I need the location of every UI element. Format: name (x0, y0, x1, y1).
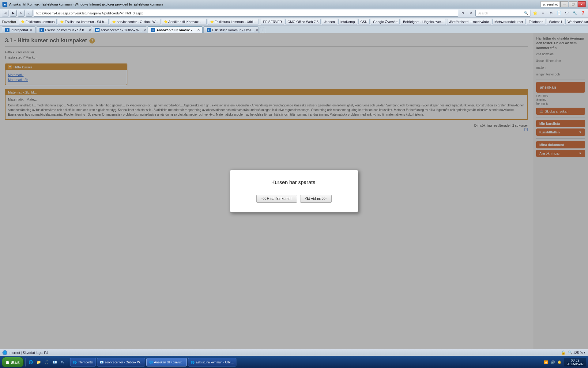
modal-message: Kursen har sparats! (271, 179, 317, 186)
tab-eskilstuna-sa[interactable]: e Eskilstuna kommun - Så h... ✕ (36, 26, 91, 33)
sys-icons: 📶 🔊 🔔 (543, 359, 562, 365)
time-display: 08:32 2013-05-07 (564, 358, 586, 366)
fav-google[interactable]: Google Översätt (371, 19, 400, 25)
tab-close-servicecenter[interactable]: ✕ (144, 28, 146, 32)
fav-csn[interactable]: CSN (358, 19, 370, 25)
tab-icon-eskilstuna-sa: e (40, 28, 44, 32)
taskbar-btn-ansökan[interactable]: 🌐 Ansökan till Komvux... (146, 358, 187, 366)
fav-telefonen[interactable]: Telefonen (527, 19, 546, 25)
fav-behorighet[interactable]: Behörighet - Högskolever... (401, 19, 446, 25)
fav-webmail[interactable]: Webmail (547, 19, 564, 25)
taskbar-ie-icon[interactable]: 🌐 (28, 359, 34, 366)
close-button[interactable]: ✕ (578, 1, 586, 7)
tab-icon-ansökan: e (151, 28, 155, 32)
taskbar-btn-internportal[interactable]: 🌐 Internportal (70, 358, 96, 366)
start-label: Start (10, 360, 20, 365)
taskbar-divider2 (68, 358, 68, 366)
taskbar-right: 📶 🔊 🔔 08:32 2013-05-07 (543, 358, 586, 366)
globe-icon: 🌐 (2, 350, 7, 355)
sys-notification-icon[interactable]: 🔔 (557, 359, 562, 365)
go-forward-button[interactable]: Gå vidare >> (300, 195, 332, 203)
tab-ansökan[interactable]: e Ansökan till Komvux - ... ✕ (148, 26, 203, 33)
fav-motsvarande[interactable]: Motsvarandekurser (492, 19, 526, 25)
fav-cmg[interactable]: CMG Office Web 7.5 (285, 19, 321, 25)
browser-icon: e (2, 2, 7, 7)
taskbar-word-icon[interactable]: W (59, 359, 66, 366)
tab-internportal[interactable]: i Internportal ✕ (2, 26, 36, 33)
fav-jensen[interactable]: Jensen (322, 19, 337, 25)
tab-eskilstuna-utbil[interactable]: e Eskilstuna kommun - Utbil... ✕ (203, 26, 258, 33)
tab-servicecenter[interactable]: 📧 servicecenter - Outlook W... ✕ (92, 26, 147, 33)
zoom-icon: 🔍 (568, 351, 572, 355)
fav-infokomp[interactable]: InfoKomp (338, 19, 357, 25)
taskbar-divider1 (25, 358, 26, 366)
shield-icon: 🔒 (561, 350, 566, 355)
fav-eskilstuna-sa[interactable]: ⭐ Eskilstuna kommun - Så h... (58, 19, 109, 25)
zoom-chevron: ▾ (584, 351, 586, 355)
fav-eskilstuna-utbil[interactable]: ⭐ Eskilstuna kommun - Utbil... (208, 19, 258, 25)
fav-ansökan[interactable]: ⭐ Ansökan till Komvux - ... (162, 19, 207, 25)
minimize-button[interactable]: — (560, 1, 568, 7)
date-text: 2013-05-07 (567, 362, 584, 366)
safety-icon[interactable]: 🛡 (564, 10, 570, 17)
favorites-bar: Favoriter ⭐ Eskilstuna kommun ⭐ Eskilstu… (0, 18, 588, 26)
fav-servicecenter[interactable]: ⭐ servicecenter - Outlook W... (110, 19, 160, 25)
status-globe: 🌐 Internet | Skyddat läge: På (2, 350, 48, 355)
sys-volume-icon[interactable]: 🔊 (550, 359, 556, 365)
search-bar[interactable]: Search 🔍 (475, 10, 530, 17)
status-bar: 🌐 Internet | Skyddat läge: På 🔒 🔍 125 % … (0, 349, 588, 356)
stop-icon[interactable]: ✕ (467, 10, 474, 17)
tab-close-eskilstuna-utbil[interactable]: ✕ (256, 28, 258, 32)
tools2-icon[interactable]: 🔧 (571, 10, 578, 17)
refresh-button[interactable]: ↻ (18, 10, 24, 17)
modal-overlay: Kursen har sparats! << Hitta fler kurser… (0, 33, 588, 349)
sys-network-icon[interactable]: 📶 (543, 359, 549, 365)
fav-jamforelsetal[interactable]: Jämförelsetal + meritvärde (447, 19, 491, 25)
favorites-star-icon[interactable]: ⭐ (532, 10, 538, 17)
tools-icon[interactable]: ⚙ (548, 10, 554, 17)
status-shield: 🔒 (561, 350, 566, 355)
taskbar: ⊞ Start 🌐 📁 🎵 📧 W 🌐 Internportal 📧 servi… (0, 356, 588, 368)
start-icon: ⊞ (6, 360, 9, 365)
browser-frame: e Ansökan till Komvux - Eskilstuna kommu… (0, 0, 588, 368)
new-tab-button[interactable]: + (259, 28, 265, 33)
taskbar-folder-icon[interactable]: 📁 (36, 359, 42, 366)
back-button[interactable]: ◀ (2, 10, 9, 17)
taskbar-btn-servicecenter[interactable]: 📧 servicecenter - Outlook W... (97, 358, 145, 366)
tab-close-eskilstuna[interactable]: ✕ (89, 28, 91, 32)
search-icon: 🔍 (524, 11, 528, 15)
taskbar-outlook-icon[interactable]: 📧 (51, 359, 58, 366)
url-text: https://open24.ist-asp.com/eskilstuna/op… (36, 11, 143, 15)
zoom-control[interactable]: 🔍 125 % ▾ (568, 351, 586, 355)
main-content: 3.1 - Hitta kurser och kurspaket ? Hitta… (0, 33, 588, 349)
refresh-icon[interactable]: ↻ (459, 10, 466, 17)
tab-icon-internportal: i (5, 28, 9, 32)
favorites-label: Favoriter (2, 20, 16, 24)
home-button[interactable]: ⌂ (26, 10, 32, 17)
fav-internportal[interactable]: ⭐ Eskilstuna kommun (19, 19, 57, 25)
back-to-search-button[interactable]: << Hitta fler kurser (256, 195, 297, 203)
add-favorites-icon[interactable]: ✦ (540, 10, 546, 17)
modal-dialog: Kursen har sparats! << Hitta fler kurser… (230, 170, 358, 213)
window-controls: screenshot — ❐ ✕ (541, 1, 586, 7)
fav-webbansokan[interactable]: Webbansökan (565, 19, 588, 25)
forward-button[interactable]: ▶ (10, 10, 17, 17)
restore-button[interactable]: ❐ (569, 1, 577, 7)
taskbar-btn-eskilstuna[interactable]: 🌐 Eskilstuna kommun - Utbil... (188, 358, 236, 366)
zoom-text: 125 % (573, 351, 583, 355)
tab-close-ansökan[interactable]: ✕ (197, 28, 200, 32)
title-bar: e Ansökan till Komvux - Eskilstuna kommu… (0, 0, 588, 9)
page-icon[interactable]: 📄 (556, 10, 562, 17)
fav-episerver[interactable]: EPiSERVER (261, 19, 284, 25)
address-bar[interactable]: https://open24.ist-asp.com/eskilstuna/op… (34, 10, 458, 17)
screenshot-label: screenshot (541, 1, 560, 7)
tabs-bar: i Internportal ✕ e Eskilstuna kommun - S… (0, 26, 588, 33)
modal-buttons: << Hitta fler kurser Gå vidare >> (256, 195, 332, 203)
taskbar-media-icon[interactable]: 🎵 (43, 359, 50, 366)
tab-close-internportal[interactable]: ✕ (30, 28, 32, 32)
start-button[interactable]: ⊞ Start (2, 357, 24, 367)
window-title: Ansökan till Komvux - Eskilstuna kommun … (9, 2, 163, 6)
time-text: 08:32 (567, 358, 584, 362)
nav-bar: ◀ ▶ ↻ ⌂ https://open24.ist-asp.com/eskil… (0, 9, 588, 18)
help-icon[interactable]: ❓ (579, 10, 586, 17)
